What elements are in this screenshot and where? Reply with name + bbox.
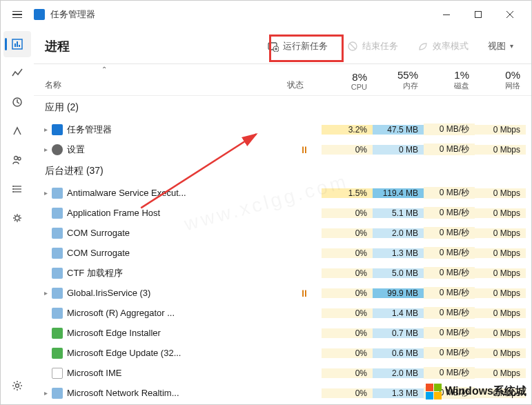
cell-net: 0 Mbps (475, 348, 526, 358)
svg-rect-7 (19, 45, 20, 47)
svg-point-10 (18, 157, 21, 160)
expand-icon[interactable]: ▸ (39, 126, 52, 133)
cell-mem: 0 MB (373, 145, 424, 155)
cell-cpu: 0% (322, 208, 373, 218)
cell-net: 0 Mbps (475, 308, 526, 318)
expand-icon[interactable]: ▸ (39, 289, 52, 297)
process-name: CTF 加载程序 (67, 267, 287, 279)
body: 进程 运行新任务 结束任务 效率模式 视图 ▾ (1, 28, 531, 404)
process-icon (52, 288, 63, 299)
col-name[interactable]: ⌃ 名称 (39, 64, 287, 95)
cell-cpu: 0% (322, 228, 373, 238)
process-icon (52, 248, 63, 259)
col-status[interactable]: 状态 (287, 64, 322, 95)
cell-net: 0 Mbps (475, 125, 526, 135)
cell-cpu: 0% (322, 288, 373, 298)
table-row[interactable]: COM Surrogate0%2.0 MB0 MB/秒0 Mbps (34, 223, 531, 243)
cell-net: 0 Mbps (475, 268, 526, 278)
expand-icon[interactable]: ▸ (39, 146, 52, 153)
expand-icon[interactable]: ▸ (39, 389, 52, 397)
cell-disk: 0 MB/秒 (424, 124, 475, 135)
col-cpu[interactable]: 8%CPU (322, 64, 373, 95)
group-header: 应用 (2) (34, 96, 531, 119)
cell-disk: 0 MB/秒 (424, 347, 475, 359)
table-row[interactable]: Application Frame Host0%5.1 MB0 MB/秒0 Mb… (34, 203, 531, 223)
cell-disk: 0 MB/秒 (424, 327, 475, 339)
process-icon (52, 188, 63, 199)
leaf-icon (417, 41, 428, 52)
cell-mem: 1.3 MB (373, 388, 424, 398)
cell-disk: 0 MB/秒 (424, 247, 475, 259)
expand-icon[interactable]: ▸ (39, 189, 52, 197)
cell-disk: 0 MB/秒 (424, 267, 475, 279)
col-name-label: 名称 (45, 79, 61, 91)
run-new-task-label: 运行新任务 (283, 40, 328, 52)
svg-point-14 (12, 186, 14, 187)
table-row[interactable]: CTF 加载程序0%5.0 MB0 MB/秒0 Mbps (34, 263, 531, 283)
nav-processes[interactable] (3, 31, 31, 57)
page-title: 进程 (45, 38, 70, 55)
process-icon (52, 228, 63, 239)
table-row[interactable]: Microsoft (R) Aggregator ...0%1.4 MB0 MB… (34, 303, 531, 323)
cell-net: 0 Mbps (475, 288, 526, 298)
cell-net: 0 Mbps (475, 248, 526, 258)
efficiency-mode-button[interactable]: 效率模式 (411, 36, 475, 57)
menu-button[interactable] (6, 3, 28, 26)
cell-net: 0 Mbps (475, 368, 526, 378)
cell-mem: 119.4 MB (373, 188, 424, 198)
svg-line-24 (350, 43, 355, 49)
run-new-task-button[interactable]: 运行新任务 (261, 36, 335, 57)
view-button[interactable]: 视图 ▾ (481, 36, 520, 57)
svg-point-18 (16, 384, 19, 388)
nav-performance[interactable] (3, 60, 31, 86)
close-button[interactable] (494, 3, 526, 26)
svg-point-15 (12, 188, 14, 190)
svg-point-9 (14, 157, 18, 160)
table-body: 应用 (2)▸任务管理器3.2%47.5 MB0 MB/秒0 Mbps▸设置⏸0… (34, 96, 531, 404)
cell-cpu: 0% (322, 145, 373, 155)
cell-net: 0 Mbps (475, 228, 526, 238)
table-row[interactable]: ▸Global.IrisService (3)⏸0%99.9 MB0 MB/秒0… (34, 283, 531, 303)
nav-users[interactable] (3, 147, 31, 173)
nav-services[interactable] (3, 205, 31, 231)
table-row[interactable]: COM Surrogate0%1.3 MB0 MB/秒0 Mbps (34, 243, 531, 263)
process-icon (52, 268, 63, 279)
table-row[interactable]: Microsoft Edge Update (32...0%0.6 MB0 MB… (34, 343, 531, 363)
table-row[interactable]: Microsoft Edge Installer0%0.7 MB0 MB/秒0 … (34, 323, 531, 343)
sort-indicator-icon: ⌃ (101, 66, 107, 73)
cell-disk: 0 MB/秒 (424, 227, 475, 239)
process-name: COM Surrogate (67, 228, 287, 238)
end-task-button[interactable]: 结束任务 (340, 36, 405, 57)
nav-startup[interactable] (3, 118, 31, 144)
cell-cpu: 1.5% (322, 188, 373, 198)
col-network[interactable]: 0%网络 (475, 64, 526, 95)
process-icon (52, 388, 63, 399)
process-name: Microsoft Edge Update (32... (67, 348, 287, 358)
cell-mem: 0.6 MB (373, 348, 424, 358)
cell-mem: 1.3 MB (373, 248, 424, 258)
sidebar (1, 28, 34, 404)
nav-app-history[interactable] (3, 89, 31, 115)
svg-rect-1 (475, 12, 482, 18)
cell-cpu: 0% (322, 328, 373, 338)
svg-point-16 (12, 191, 14, 192)
end-task-label: 结束任务 (362, 40, 398, 52)
cell-cpu: 0% (322, 388, 373, 398)
table-row[interactable]: Microsoft IME0%2.0 MB0 MB/秒0 Mbps (34, 363, 531, 383)
app-icon (34, 9, 45, 20)
col-memory[interactable]: 55%内存 (373, 64, 424, 95)
col-disk[interactable]: 1%磁盘 (424, 64, 475, 95)
maximize-button[interactable] (462, 3, 494, 26)
cell-disk: 0 MB/秒 (424, 367, 475, 379)
table-row[interactable]: ▸任务管理器3.2%47.5 MB0 MB/秒0 Mbps (34, 119, 531, 139)
table-row[interactable]: ▸设置⏸0%0 MB0 MB/秒0 Mbps (34, 139, 531, 159)
cell-disk: 0 MB/秒 (424, 287, 475, 299)
view-label: 视图 (488, 40, 506, 52)
cell-cpu: 0% (322, 348, 373, 358)
minimize-button[interactable] (431, 3, 462, 26)
process-name: Microsoft IME (67, 368, 287, 378)
process-icon (52, 308, 63, 319)
table-row[interactable]: ▸Antimalware Service Execut...1.5%119.4 … (34, 183, 531, 203)
nav-settings[interactable] (3, 373, 31, 399)
nav-details[interactable] (3, 176, 31, 202)
